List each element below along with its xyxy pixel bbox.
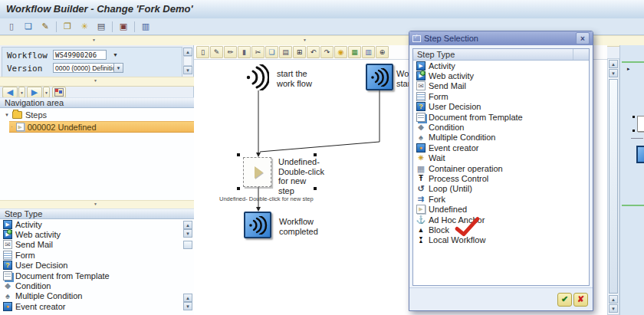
list-item-adhoc-anchor[interactable]: Ad Hoc Anchor — [413, 215, 589, 225]
undefined-icon — [416, 205, 426, 214]
scroll-up-icon[interactable]: ▲ — [183, 48, 192, 56]
undefined-step-label: Undefined- Double-click for new step — [278, 157, 324, 195]
list-item-activity[interactable]: Activity — [413, 61, 589, 71]
scroll-down-icon[interactable]: ▼ — [609, 69, 618, 77]
create-icon[interactable]: ❏ — [21, 19, 36, 34]
list-item-form[interactable]: Form — [0, 250, 194, 260]
layout-icon[interactable]: ▥ — [138, 19, 153, 34]
list-item-condition[interactable]: Condition — [413, 122, 589, 132]
list-item-multiple-condition[interactable]: Multiple Condition — [413, 133, 589, 143]
workflow-completed-event-icon[interactable] — [244, 212, 271, 238]
scroll-up-icon[interactable]: ▲ — [183, 221, 192, 229]
list-item-web-activity[interactable]: Web activity — [0, 229, 194, 239]
scrollbar-thumb[interactable] — [609, 79, 618, 294]
list-item-block[interactable]: Block — [413, 225, 589, 235]
splitter-grip-icon: ▼ — [303, 38, 307, 42]
mini-selection-handle — [632, 116, 635, 118]
undefined-step-node[interactable] — [243, 157, 271, 187]
list-item-multiple-condition[interactable]: Multiple Condition — [0, 291, 194, 301]
list-item-event-creator[interactable]: Event creator — [0, 301, 194, 311]
forward-button[interactable]: ▶ — [27, 87, 42, 98]
list-item-web-activity[interactable]: Web activity — [413, 71, 589, 80]
new-icon[interactable]: ▯ — [4, 19, 19, 34]
selection-handle[interactable] — [237, 153, 240, 156]
workflow-builder-window: Workflow Builder - Change 'Fork Demo' ▯ … — [0, 0, 644, 315]
test-icon[interactable]: ✳ — [77, 19, 92, 34]
open-icon[interactable]: ❐ — [60, 19, 75, 34]
scroll-down-icon[interactable]: ▼ — [183, 229, 192, 238]
workflow-hierarchy-button[interactable] — [52, 87, 66, 98]
step-type-list: Activity Web activity Send Mail Form Use… — [0, 219, 194, 315]
multiple-condition-icon — [3, 291, 12, 300]
scroll-down-icon[interactable]: ▼ — [609, 304, 618, 313]
user-decision-icon — [416, 102, 426, 111]
cancel-button[interactable]: ✘ — [573, 293, 588, 307]
tree-node-selected-step[interactable]: · 000002 Undefined — [9, 121, 194, 133]
tree-node-steps[interactable]: ▼ Steps — [5, 110, 47, 120]
workflow-start-event-icon[interactable] — [245, 64, 269, 90]
play-icon — [255, 166, 263, 179]
document-template-icon — [3, 271, 12, 281]
list-item-loop-until[interactable]: Loop (Until) — [413, 184, 589, 194]
mini-undefined-node — [637, 116, 644, 132]
chevron-down-icon[interactable]: ▼ — [113, 64, 123, 72]
print-icon[interactable]: ▣ — [116, 19, 131, 34]
list-item-condition[interactable]: Condition — [0, 281, 194, 290]
workflow-input[interactable]: WS49900206 — [53, 50, 107, 60]
scroll-down-icon[interactable]: ▼ — [183, 66, 192, 74]
display-icon[interactable]: ▤ — [94, 19, 109, 34]
list-item-user-decision[interactable]: User Decision — [0, 261, 194, 271]
panel-splitter[interactable]: ▼ — [0, 77, 194, 87]
list-item-undefined[interactable]: Undefined — [413, 204, 589, 214]
step-selection-dialog: Step Selection × Step Type Activity Web … — [409, 31, 593, 311]
list-item-wait[interactable]: Wait — [413, 153, 589, 163]
tree-expand-icon[interactable]: ▼ — [5, 113, 9, 117]
scrollbar-thumb[interactable] — [183, 241, 192, 249]
list-item-document-template[interactable]: Document from Template — [413, 112, 589, 122]
mini-node-marker: ▸ — [627, 66, 630, 72]
arrow-right-icon: ▶ — [31, 87, 38, 97]
dialog-titlebar[interactable]: Step Selection × — [409, 31, 593, 45]
form-icon — [416, 92, 426, 101]
list-item-send-mail[interactable]: Send Mail — [0, 240, 194, 250]
step-type-header: Step Type — [0, 208, 194, 219]
scroll-up-icon[interactable]: ▲ — [609, 60, 618, 68]
list-item-activity[interactable]: Activity — [0, 219, 194, 229]
mini-event-node — [636, 146, 644, 163]
close-icon[interactable]: × — [576, 32, 590, 44]
list-item-user-decision[interactable]: User Decision — [413, 102, 589, 112]
version-select[interactable]: 0000 (0000) Definition ▼ — [53, 63, 123, 73]
version-value: 0000 (0000) Definition — [54, 64, 113, 72]
selection-handle[interactable] — [237, 187, 240, 190]
list-item-process-control[interactable]: Process Control — [413, 173, 589, 183]
selection-handle[interactable] — [314, 153, 317, 156]
workflow-started-event-icon[interactable] — [366, 64, 393, 90]
undefined-step-icon — [16, 123, 25, 131]
list-item-container-operation[interactable]: Container operation — [413, 163, 589, 173]
left-panel: Workflow WS49900206 ▼ Version 0000 (0000… — [0, 45, 194, 315]
scroll-down-icon[interactable]: ▼ — [183, 302, 192, 310]
list-item-send-mail[interactable]: Send Mail — [413, 81, 589, 91]
block-icon — [416, 225, 426, 235]
tree-leaf-dot: · — [11, 123, 13, 130]
list-item-document-template[interactable]: Document from Template — [0, 271, 194, 281]
send-mail-icon — [3, 240, 12, 249]
back-button[interactable]: ◀ — [2, 87, 18, 98]
change-icon[interactable]: ✎ — [38, 19, 53, 34]
back-history-dropdown[interactable]: ▼ — [18, 87, 25, 98]
list-item-local-workflow[interactable]: Local Workflow — [413, 235, 589, 245]
scroll-up-icon[interactable]: ▲ — [609, 295, 618, 304]
navigation-area-title: Navigation area — [5, 98, 64, 107]
list-item-event-creator[interactable]: Event creator — [413, 143, 589, 153]
scroll-up-icon[interactable]: ▲ — [183, 294, 192, 302]
scrollbar-track[interactable] — [183, 56, 192, 66]
splitter-grip-icon: ▼ — [92, 38, 96, 42]
forward-history-dropdown[interactable]: ▼ — [43, 87, 50, 98]
workflow-version-box: Workflow WS49900206 ▼ Version 0000 (0000… — [2, 47, 182, 77]
canvas-overview-panel: ▸ — [619, 45, 644, 315]
canvas-vertical-scrollbar[interactable]: ▲ ▼ ▲ ▼ — [607, 58, 619, 315]
workflow-dropdown-icon[interactable]: ▼ — [113, 52, 118, 57]
list-item-form[interactable]: Form — [413, 91, 589, 101]
confirm-button[interactable]: ✔ — [557, 293, 572, 307]
list-item-fork[interactable]: Fork — [413, 194, 589, 204]
